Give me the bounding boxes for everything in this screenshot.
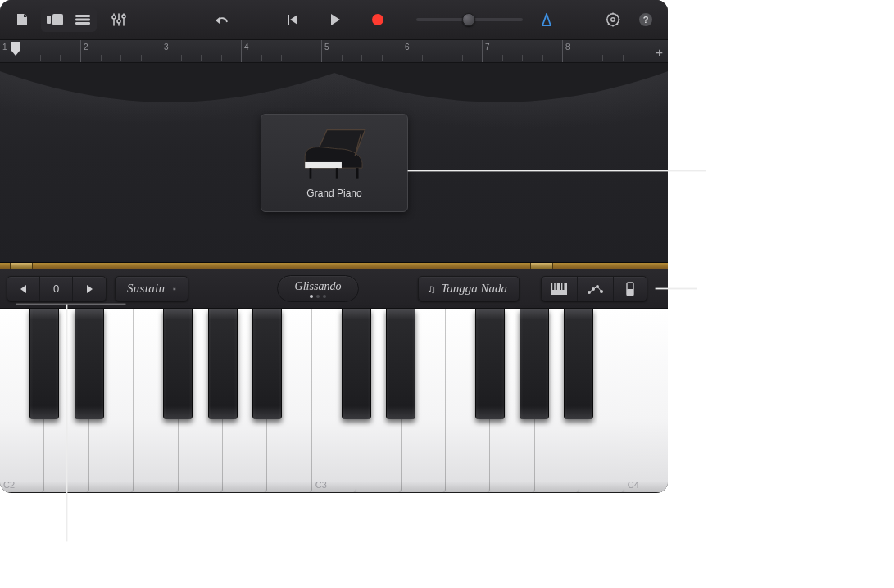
octave-down-button[interactable] <box>7 277 40 301</box>
octave-stepper: 0 <box>7 276 107 301</box>
svg-rect-33 <box>560 283 561 290</box>
view-switch-group <box>41 7 97 32</box>
octave-value: 0 <box>40 277 73 301</box>
keyboard-layout-button[interactable] <box>542 277 578 301</box>
black-key[interactable] <box>163 309 193 419</box>
svg-line-21 <box>617 15 618 16</box>
svg-rect-0 <box>47 16 51 24</box>
grand-piano-icon <box>297 127 371 183</box>
keyboard-icon <box>551 283 567 295</box>
keyboard-layout-group <box>541 276 647 301</box>
metronome-icon[interactable] <box>533 7 560 32</box>
arpeggiator-button[interactable] <box>578 277 614 301</box>
svg-point-6 <box>112 16 116 19</box>
svg-rect-24 <box>305 162 342 168</box>
svg-point-11 <box>372 14 383 25</box>
add-section-icon[interactable]: + <box>656 45 663 59</box>
svg-rect-31 <box>553 283 555 290</box>
svg-rect-29 <box>174 288 176 290</box>
instrument-name: Grand Piano <box>306 188 361 199</box>
scale-label: Tangga Nada <box>441 282 507 296</box>
mode-page-dots <box>310 295 326 298</box>
black-key[interactable] <box>386 309 415 419</box>
black-key[interactable] <box>520 309 549 419</box>
black-key[interactable] <box>342 309 371 419</box>
keyboard-mode-switch[interactable]: Glissando <box>277 275 359 302</box>
svg-rect-40 <box>627 289 633 296</box>
mixer-icon[interactable] <box>105 7 133 32</box>
svg-rect-25 <box>310 168 312 179</box>
browser-view-icon[interactable] <box>41 7 69 32</box>
eighth-notes-icon: ♫ <box>427 282 434 296</box>
svg-rect-26 <box>336 168 338 179</box>
lock-icon <box>173 284 176 293</box>
keyboard-range-button[interactable] <box>614 277 647 301</box>
app-window: ? 12345678 + <box>0 0 668 493</box>
svg-rect-2 <box>75 15 90 17</box>
svg-point-13 <box>611 18 615 21</box>
play-icon[interactable] <box>321 7 349 32</box>
sustain-label: Sustain <box>127 282 165 296</box>
master-volume-slider[interactable] <box>416 18 523 21</box>
svg-point-10 <box>122 15 125 18</box>
timeline-ruler[interactable]: 12345678 + <box>0 40 668 63</box>
svg-rect-3 <box>75 19 90 21</box>
black-key[interactable] <box>75 309 104 419</box>
mode-label: Glissando <box>295 280 342 293</box>
undo-icon[interactable] <box>208 7 236 32</box>
keyboard-hinge <box>0 263 668 269</box>
black-key[interactable] <box>475 309 505 419</box>
svg-point-8 <box>117 20 120 23</box>
black-key[interactable] <box>564 309 593 419</box>
piano-keyboard[interactable]: C2C3C4 <box>0 309 668 492</box>
settings-icon[interactable] <box>599 7 627 32</box>
black-key[interactable] <box>208 309 238 419</box>
help-icon[interactable]: ? <box>632 7 660 32</box>
svg-line-19 <box>617 24 618 25</box>
scale-button[interactable]: ♫ Tangga Nada <box>418 276 520 301</box>
svg-rect-4 <box>75 22 90 25</box>
go-to-start-icon[interactable] <box>279 7 306 32</box>
octave-up-button[interactable] <box>73 277 106 301</box>
black-key[interactable] <box>29 309 59 419</box>
svg-rect-27 <box>356 168 359 179</box>
svg-line-20 <box>608 24 609 25</box>
svg-rect-1 <box>52 14 63 25</box>
my-songs-icon[interactable] <box>8 7 36 32</box>
black-key[interactable] <box>252 309 282 419</box>
svg-text:?: ? <box>643 15 649 25</box>
volume-knob[interactable] <box>462 13 475 26</box>
top-toolbar: ? <box>0 0 668 40</box>
svg-line-18 <box>608 15 609 16</box>
record-icon[interactable] <box>364 7 392 32</box>
white-key[interactable]: C4 <box>624 309 668 492</box>
instrument-picker[interactable]: Grand Piano <box>261 114 408 212</box>
keyboard-controls: 0 Sustain Glissando ♫ Tangga Nada <box>0 269 668 309</box>
svg-rect-34 <box>563 283 565 290</box>
arpeggiator-icon <box>587 283 603 295</box>
instrument-panel: Grand Piano <box>0 63 668 263</box>
tracks-view-icon[interactable] <box>69 7 97 32</box>
sustain-button[interactable]: Sustain <box>115 276 188 301</box>
keyboard-range-icon <box>625 282 635 296</box>
svg-rect-32 <box>556 283 557 290</box>
